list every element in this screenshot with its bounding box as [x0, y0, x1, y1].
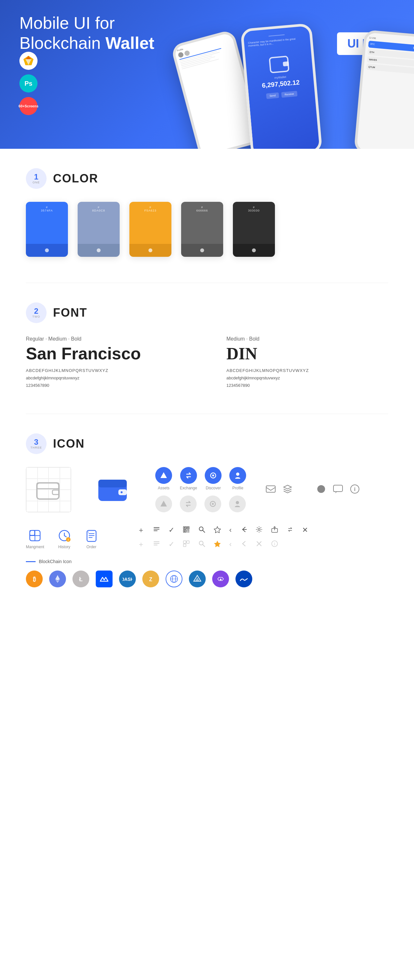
blockchain-section: BlockChain Icon ₿ Ł	[26, 559, 388, 587]
close-icon: ✕	[302, 526, 308, 534]
layers-icon	[282, 484, 293, 495]
font-columns: Regular · Medium · Bold San Francisco AB…	[26, 336, 388, 388]
svg-rect-39	[154, 530, 158, 531]
svg-rect-37	[154, 527, 159, 528]
info-icon: i	[350, 484, 360, 495]
share-icon-faded	[240, 540, 247, 549]
chevron-left-icon-faded: ‹	[229, 540, 232, 549]
icon-discover: Discover	[205, 467, 221, 490]
font-din: Medium · Bold DIN ABCDEFGHIJKLMNOPQRSTUV…	[226, 336, 388, 388]
svg-line-62	[203, 545, 205, 547]
svg-rect-46	[186, 530, 188, 531]
check-icon-faded: ✓	[169, 540, 174, 549]
svg-rect-60	[183, 544, 186, 547]
icon-section-header: 3 THREE ICON	[26, 433, 388, 454]
settings-icon	[256, 526, 263, 534]
icon-assets: Assets	[155, 467, 172, 490]
search-icon-faded	[198, 540, 205, 549]
nav-icons-group: Assets Exchange Di	[155, 467, 246, 512]
font-section-header: 2 TWO FONT	[26, 302, 388, 323]
icon-management: Mangment	[26, 528, 44, 549]
svg-rect-6	[37, 483, 59, 489]
color-section: 1 ONE COLOR # 3574FA # 8DA0C8	[26, 168, 388, 257]
svg-point-11	[121, 491, 123, 493]
icon-guideline-row: Assets Exchange Di	[26, 467, 388, 512]
qr-icon	[183, 526, 190, 534]
tool-icons: Ps 60+Screens	[19, 52, 38, 115]
svg-rect-38	[154, 529, 159, 530]
svg-marker-63	[214, 541, 221, 547]
svg-marker-69	[55, 575, 60, 581]
phone-mockups: Profile Character may be manifested in t…	[175, 26, 414, 149]
icon-history: ! History	[57, 528, 72, 549]
bottom-nav-icons: Mangment ! History Ord	[26, 525, 388, 549]
swap-icon	[287, 526, 294, 534]
color-swatches: # 3574FA # 8DA0C8 # F5A623	[26, 202, 388, 257]
svg-text:◆: ◆	[219, 578, 222, 581]
crypto-strat	[189, 571, 206, 587]
star-filled-icon	[214, 540, 221, 549]
svg-rect-43	[184, 527, 185, 528]
svg-text:!: !	[68, 538, 68, 541]
phone-right: 12:298708·2003 BTC788-2003 ETH564-912 WA…	[354, 30, 414, 149]
hero-title: Mobile UI for Blockchain Wallet	[19, 13, 201, 53]
svg-marker-72	[100, 578, 108, 581]
swatch-grayblue: # 8DA0C8	[78, 202, 119, 257]
plus-icon: ＋	[137, 525, 145, 535]
svg-point-61	[199, 541, 203, 545]
crypto-zec: Z	[142, 571, 159, 587]
svg-marker-12	[161, 472, 167, 478]
share-icon	[240, 526, 247, 534]
svg-text:₿: ₿	[33, 576, 36, 582]
svg-rect-5	[37, 483, 59, 499]
crypto-waves	[96, 571, 113, 587]
chevron-left-icon: ‹	[229, 526, 232, 534]
icon-exchange-gray	[180, 495, 197, 512]
svg-text:Ł: Ł	[79, 576, 83, 582]
svg-text:Z: Z	[149, 577, 152, 582]
screens-badge: 60+Screens	[19, 97, 38, 115]
svg-point-18	[212, 503, 214, 505]
message-icon	[266, 484, 276, 495]
plus-icon-faded: ＋	[137, 539, 145, 549]
icon-exchange: Exchange	[180, 467, 197, 490]
search-icon	[198, 526, 205, 534]
svg-rect-45	[184, 530, 185, 532]
color-title: COLOR	[53, 172, 98, 185]
icon-discover-gray	[204, 495, 221, 512]
swatch-blue: # 3574FA	[26, 202, 68, 257]
crypto-world	[166, 571, 182, 587]
font-number: 2 TWO	[26, 302, 46, 323]
svg-rect-47	[188, 530, 189, 531]
crypto-eth	[49, 571, 66, 587]
export-icon	[271, 526, 278, 534]
svg-text:DASH: DASH	[123, 577, 132, 582]
sketch-icon	[19, 52, 38, 70]
svg-rect-59	[186, 541, 189, 543]
icon-grid-outline	[26, 467, 71, 512]
svg-point-21	[317, 485, 325, 493]
icon-section: 3 THREE ICON	[26, 433, 388, 587]
svg-point-50	[199, 527, 203, 531]
font-title: FONT	[53, 306, 88, 320]
swatch-gray: # 666666	[181, 202, 223, 257]
icon-wallet-filled	[91, 467, 136, 512]
phone-center: Character may be manifested in the great…	[240, 23, 322, 149]
icon-number: 3 THREE	[26, 433, 46, 454]
font-section: 2 TWO FONT Regular · Medium · Bold San F…	[26, 302, 388, 388]
font-san-francisco: Regular · Medium · Bold San Francisco AB…	[26, 336, 188, 388]
main-content: 1 ONE COLOR # 3574FA # 8DA0C8	[0, 149, 414, 626]
svg-rect-57	[154, 545, 158, 545]
chat-bubble-icon	[333, 484, 343, 495]
qr-icon-faded	[183, 540, 190, 549]
svg-point-15	[236, 473, 239, 476]
blockchain-label: BlockChain Icon	[26, 559, 388, 564]
icon-profile-gray	[229, 495, 246, 512]
utility-icons-col: ＋ ✓	[137, 525, 308, 549]
photoshop-icon: Ps	[19, 75, 38, 92]
svg-text:i: i	[274, 542, 275, 546]
svg-rect-9	[98, 480, 127, 487]
moon-icon	[299, 484, 309, 495]
extra-icons-group: i	[266, 484, 360, 495]
svg-rect-48	[186, 531, 188, 532]
